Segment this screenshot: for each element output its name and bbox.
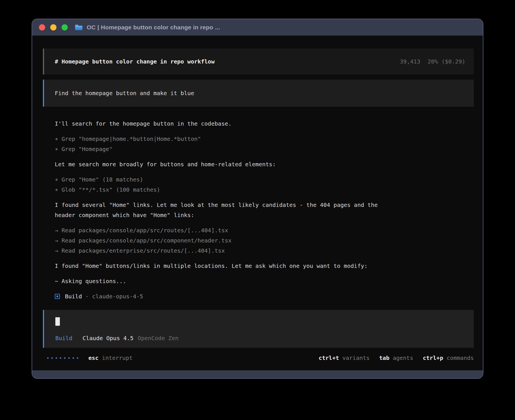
text-cursor — [55, 317, 60, 326]
key-tab: tab — [379, 355, 389, 361]
agent-status-line: Build · claude-opus-4-5 — [55, 291, 474, 301]
key-ctrl-p: ctrl+p — [423, 355, 443, 361]
tool-call-read: → Read packages/enterprise/src/routes/[.… — [55, 246, 474, 256]
tool-call-group: ∗ Grep "homepage|home.*button|Home.*butt… — [55, 134, 474, 154]
agent-build-icon — [55, 294, 60, 299]
spinner-dot — [68, 357, 70, 359]
assistant-text: Let me search more broadly for buttons a… — [55, 159, 474, 169]
tool-call-read: → Read packages/console/app/src/componen… — [55, 235, 474, 246]
tool-call-group: → Read packages/console/app/src/routes/[… — [55, 225, 474, 256]
working-spinner — [47, 357, 78, 359]
session-stats: 39,413 20% ($0.29) — [400, 58, 465, 65]
status-bar: esc interrupt ctrl+t variants tab agents… — [43, 352, 474, 364]
terminal-content: # Homepage button color change in repo w… — [32, 36, 483, 370]
model-label[interactable]: Claude Opus 4.5 — [82, 335, 134, 342]
token-count: 39,413 — [400, 58, 420, 65]
agent-model: claude-opus-4-5 — [92, 293, 143, 300]
hint-agents: tab agents — [379, 355, 413, 361]
zoom-window-button[interactable] — [62, 24, 68, 30]
assistant-text: I found several "Home" links. Let me loo… — [55, 200, 474, 220]
status-bar-right: ctrl+t variants tab agents ctrl+p comman… — [318, 355, 474, 361]
prompt-input[interactable]: Build Claude Opus 4.5 OpenCode Zen — [43, 310, 474, 348]
agent-name: Build — [65, 293, 82, 300]
window-controls — [39, 24, 68, 30]
window-titlebar: OC | Homepage button color change in rep… — [32, 19, 483, 36]
user-message-text: Find the homepage button and make it blu… — [55, 90, 194, 97]
tool-call-glob: ∗ Glob "**/*.tsx" (100 matches) — [55, 185, 474, 195]
status-bar-left: esc interrupt — [43, 355, 133, 361]
spinner-dot — [73, 357, 74, 359]
session-cost: ($0.29) — [442, 58, 465, 65]
user-message: Find the homepage button and make it blu… — [43, 80, 474, 107]
spinner-dot — [60, 357, 61, 359]
key-esc: esc — [88, 355, 99, 361]
close-window-button[interactable] — [39, 24, 45, 30]
provider-label: OpenCode Zen — [138, 335, 179, 342]
hint-commands: ctrl+p commands — [423, 355, 474, 361]
terminal-window: OC | Homepage button color change in rep… — [32, 19, 483, 379]
tool-call-grep: ∗ Grep "homepage|home.*button|Home.*butt… — [55, 134, 474, 144]
agent-separator: · — [85, 293, 89, 300]
hint-interrupt: esc interrupt — [88, 355, 133, 361]
spinner-dot — [77, 357, 78, 359]
tool-call-grep: ∗ Grep "Homepage" — [55, 144, 474, 154]
spinner-dot — [56, 357, 57, 359]
spinner-dot — [64, 357, 66, 359]
folder-icon — [75, 24, 83, 31]
key-ctrl-t: ctrl+t — [318, 355, 339, 361]
hint-variants: ctrl+t variants — [318, 355, 370, 361]
window-title: OC | Homepage button color change in rep… — [87, 24, 220, 31]
window-bottom-strip — [32, 370, 483, 378]
context-percent: 20% — [428, 58, 438, 65]
session-header: # Homepage button color change in repo w… — [43, 49, 474, 75]
editor-meta: Build Claude Opus 4.5 OpenCode Zen — [55, 335, 474, 342]
assistant-transcript: I'll search for the homepage button in t… — [55, 119, 474, 286]
tool-call-grep: ∗ Grep "Home" (18 matches) — [55, 174, 474, 185]
spinner-dot — [47, 357, 49, 359]
spinner-dot — [51, 357, 53, 359]
tool-call-group: ∗ Grep "Home" (18 matches) ∗ Glob "**/*.… — [55, 174, 474, 195]
assistant-text: I'll search for the homepage button in t… — [55, 119, 474, 129]
mode-label[interactable]: Build — [55, 335, 72, 342]
minimize-window-button[interactable] — [50, 24, 56, 30]
tool-call-read: → Read packages/console/app/src/routes/[… — [55, 225, 474, 235]
session-title: # Homepage button color change in repo w… — [55, 58, 215, 65]
assistant-status-text: ~ Asking questions... — [55, 276, 474, 286]
assistant-text: I found "Home" buttons/links in multiple… — [55, 261, 474, 271]
